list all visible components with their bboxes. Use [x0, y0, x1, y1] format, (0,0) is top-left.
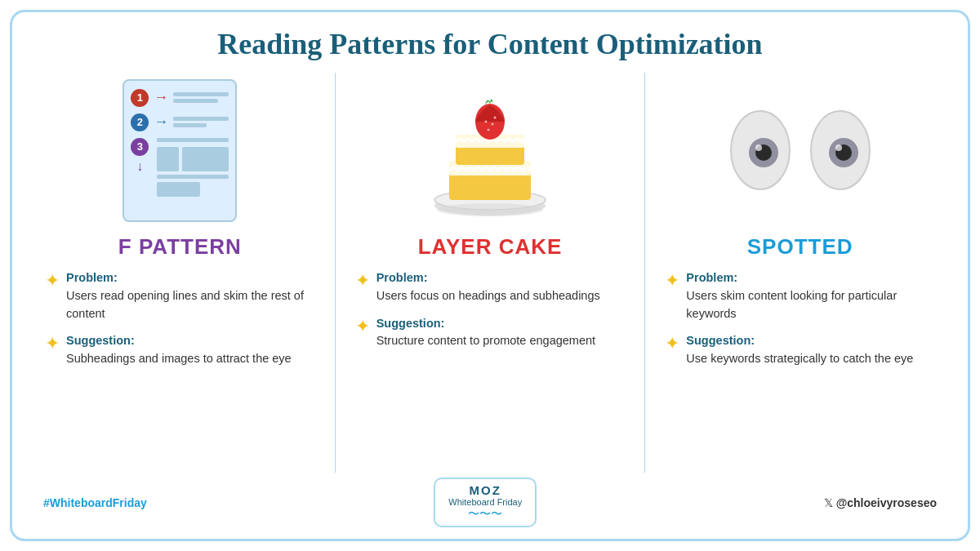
spotted-suggestion-block: ✦ Suggestion: Use keywords strategically… — [665, 332, 935, 371]
eye-left-svg — [728, 108, 793, 193]
lc-suggestion-label: Suggestion: — [376, 317, 445, 330]
twitter-handle: 𝕏 @chloeivyroseseo — [824, 496, 937, 509]
num2-badge: 2 — [131, 113, 149, 131]
layer-cake-column: LAYER CAKE ✦ Problem: Users focus on hea… — [347, 73, 634, 473]
squiggle-icon: 〜〜〜 — [468, 507, 502, 522]
svg-point-7 — [485, 120, 488, 122]
cake-svg — [425, 79, 555, 222]
svg-point-11 — [437, 203, 543, 216]
moz-badge: MOZ Whiteboard Friday 〜〜〜 — [434, 478, 537, 527]
spotted-icon — [728, 73, 873, 228]
twitter-handle-text: @chloeivyroseseo — [836, 496, 937, 509]
inner-card: Reading Patterns for Content Optimizatio… — [10, 10, 970, 541]
num1-badge: 1 — [131, 89, 149, 107]
sparkle-icon-2: ✦ — [45, 333, 60, 354]
layer-cake-icon — [425, 73, 555, 228]
lc-problem-label: Problem: — [376, 271, 428, 284]
f-pattern-problem-block: ✦ Problem: Users read opening lines and … — [45, 269, 315, 326]
arrow2-icon: → — [154, 113, 168, 131]
sparkle-icon-1: ✦ — [45, 270, 60, 291]
moz-logo-text: MOZ — [470, 483, 501, 497]
sp-problem-label: Problem: — [686, 271, 737, 284]
eyes-illustration — [728, 108, 873, 193]
sparkle-icon-5: ✦ — [665, 270, 679, 291]
spotted-problem-block: ✦ Problem: Users skim content looking fo… — [665, 269, 935, 326]
spotted-label: SPOTTED — [747, 234, 853, 260]
sp-suggestion-text: Use keywords strategically to catch the … — [686, 352, 913, 365]
divider-1 — [335, 73, 336, 473]
sparkle-icon-6: ✦ — [665, 333, 679, 354]
sp-suggestion-label: Suggestion: — [686, 334, 755, 347]
lc-suggestion-text: Structure content to promote engagement — [376, 334, 595, 347]
svg-point-8 — [492, 122, 494, 125]
page-title: Reading Patterns for Content Optimizatio… — [217, 27, 762, 61]
layer-cake-label: LAYER CAKE — [418, 234, 563, 260]
f-pattern-suggestion-block: ✦ Suggestion: Subheadings and images to … — [45, 332, 315, 371]
f-problem-text: Users read opening lines and skim the re… — [66, 289, 304, 320]
num3-badge: 3 — [131, 138, 149, 156]
arrow1-icon: → — [154, 89, 168, 106]
f-suggestion-text: Subheadings and images to attract the ey… — [66, 352, 292, 365]
layer-cake-suggestion-block: ✦ Suggestion: Structure content to promo… — [355, 315, 626, 354]
hashtag-label: #WhiteboardFriday — [43, 496, 147, 509]
sparkle-icon-3: ✦ — [355, 270, 370, 291]
svg-point-10 — [494, 116, 497, 118]
f-pattern-icon: 1 → 2 → — [122, 73, 237, 228]
outer-container: Reading Patterns for Content Optimizatio… — [0, 0, 980, 551]
svg-point-9 — [488, 128, 490, 131]
whiteboard-friday-text: Whiteboard Friday — [448, 497, 522, 507]
arrow3-icon: ↓ — [136, 159, 143, 174]
svg-point-19 — [835, 144, 842, 151]
svg-point-15 — [755, 144, 762, 151]
footer: #WhiteboardFriday MOZ Whiteboard Friday … — [37, 478, 943, 527]
f-pattern-column: 1 → 2 → — [37, 73, 323, 473]
f-problem-label: Problem: — [66, 271, 118, 284]
eye-right-svg — [808, 108, 873, 193]
divider-2 — [644, 73, 645, 473]
f-pattern-illustration: 1 → 2 → — [122, 79, 237, 222]
f-pattern-label: F PATTERN — [118, 234, 242, 260]
lc-problem-text: Users focus on headings and subheadings — [376, 289, 600, 302]
columns-container: 1 → 2 → — [37, 73, 943, 473]
layer-cake-problem-block: ✦ Problem: Users focus on headings and s… — [355, 269, 626, 309]
f-suggestion-label: Suggestion: — [66, 334, 135, 347]
sparkle-icon-4: ✦ — [355, 316, 370, 337]
sp-problem-text: Users skim content looking for particula… — [686, 289, 897, 320]
spotted-column: SPOTTED ✦ Problem: Users skim content lo… — [657, 73, 943, 473]
